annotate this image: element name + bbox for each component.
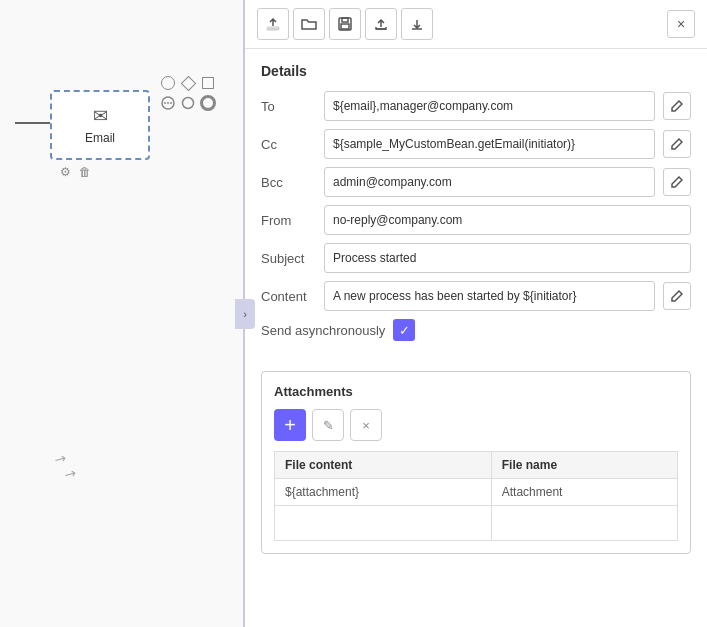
bcc-row: Bcc [261,167,691,197]
close-button[interactable]: × [667,10,695,38]
node-label: Email [85,131,115,145]
palette-row-1 [160,75,216,91]
upload-button[interactable] [257,8,289,40]
async-checkbox[interactable]: ✓ [393,319,415,341]
col-file-name-header: File name [491,452,677,479]
diamond-icon[interactable] [180,75,196,91]
from-label: From [261,213,316,228]
svg-rect-8 [341,24,349,29]
bcc-edit-button[interactable] [663,168,691,196]
attachments-title: Attachments [274,384,678,399]
add-attachment-button[interactable]: + [274,409,306,441]
svg-point-3 [170,102,172,104]
folder-button[interactable] [293,8,325,40]
palette-icons [160,75,216,111]
subject-row: Subject [261,243,691,273]
from-input[interactable] [324,205,691,235]
canvas-area: ✉ Email [0,0,245,627]
subject-input[interactable] [324,243,691,273]
svg-rect-7 [342,18,348,22]
file-content-cell: ${attachment} [275,479,492,506]
to-row: To [261,91,691,121]
details-section: Details To Cc Bcc [245,49,707,371]
attachments-toolbar: + ✎ × [274,409,678,441]
palette-row-2 [160,95,216,111]
table-row: ${attachment} Attachment [275,479,678,506]
circle-dots-icon[interactable] [160,95,176,111]
envelope-icon: ✉ [93,105,108,127]
to-edit-button[interactable] [663,92,691,120]
cc-input[interactable] [324,129,655,159]
col-file-content-header: File content [275,452,492,479]
collapse-button[interactable]: › [235,299,255,329]
empty-cell-2 [491,506,677,541]
toolbar: × [245,0,707,49]
from-row: From [261,205,691,235]
flow-arrow [15,122,53,124]
async-label: Send asynchronously [261,323,385,338]
content-row: Content [261,281,691,311]
upload2-button[interactable] [365,8,397,40]
arrow-decor-2: ↗ [62,464,80,484]
save-button[interactable] [329,8,361,40]
svg-point-1 [164,102,166,104]
email-node[interactable]: ✉ Email [50,90,150,160]
content-edit-button[interactable] [663,282,691,310]
attachments-table: File content File name ${attachment} Att… [274,451,678,541]
right-panel: × Details To Cc Bcc [245,0,707,627]
edit-attachment-button[interactable]: ✎ [312,409,344,441]
svg-point-4 [183,98,194,109]
to-input[interactable] [324,91,655,121]
cc-edit-button[interactable] [663,130,691,158]
wrench-icon[interactable]: ⚙ [60,165,71,179]
bcc-label: Bcc [261,175,316,190]
circle-icon[interactable] [160,75,176,91]
cc-row: Cc [261,129,691,159]
remove-attachment-button[interactable]: × [350,409,382,441]
tool-icons: ⚙ 🗑 [60,165,91,179]
bcc-input[interactable] [324,167,655,197]
download-button[interactable] [401,8,433,40]
details-title: Details [261,63,691,79]
cc-label: Cc [261,137,316,152]
empty-row [275,506,678,541]
async-row: Send asynchronously ✓ [261,319,691,341]
content-label: Content [261,289,316,304]
svg-point-2 [167,102,169,104]
attachments-section: Attachments + ✎ × File content File name… [261,371,691,554]
gear-icon[interactable] [180,95,196,111]
empty-cell-1 [275,506,492,541]
square-icon[interactable] [200,75,216,91]
thick-circle-icon[interactable] [200,95,216,111]
file-name-cell: Attachment [491,479,677,506]
content-input[interactable] [324,281,655,311]
to-label: To [261,99,316,114]
subject-label: Subject [261,251,316,266]
trash-icon[interactable]: 🗑 [79,165,91,179]
canvas-inner: ✉ Email [0,0,243,627]
